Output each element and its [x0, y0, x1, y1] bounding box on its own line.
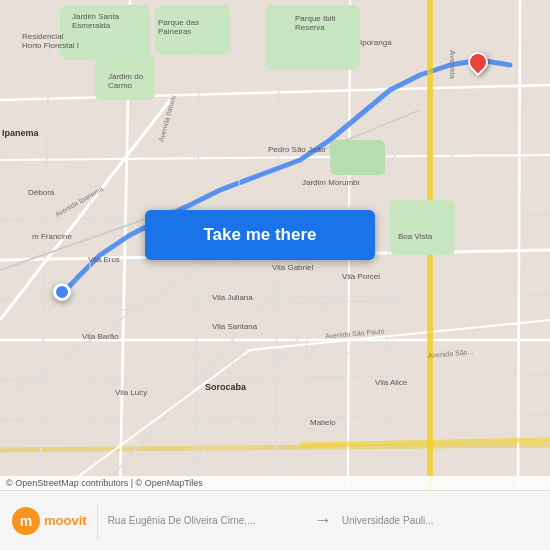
- moovit-logo: m moovit: [12, 507, 87, 535]
- svg-line-15: [40, 0, 50, 490]
- park-area-3: [265, 5, 360, 70]
- green-area-morumbi: [330, 140, 385, 175]
- park-area-1: [60, 5, 150, 60]
- take-me-there-label: Take me there: [203, 225, 316, 245]
- attribution-text: © OpenStreetMap contributors | © OpenMap…: [6, 478, 203, 488]
- svg-line-22: [60, 350, 250, 490]
- destination-section: Universidade Pauli...: [342, 515, 538, 526]
- origin-label: Rua Eugênia De Oliveira Cirne,...: [108, 515, 304, 526]
- svg-line-18: [100, 150, 400, 490]
- svg-line-0: [0, 85, 550, 100]
- moovit-logo-text: moovit: [44, 513, 87, 528]
- svg-line-29: [230, 160, 240, 420]
- svg-line-24: [350, 320, 550, 340]
- separator: [97, 503, 98, 539]
- destination-marker: [468, 52, 488, 72]
- arrow-icon: →: [314, 510, 332, 531]
- svg-line-27: [170, 350, 420, 360]
- attribution-bar: © OpenStreetMap contributors | © OpenMap…: [0, 476, 550, 490]
- map-container: Jardim SantaEsmeralda Parque dasPaineira…: [0, 0, 550, 490]
- svg-line-4: [0, 295, 550, 300]
- moovit-logo-icon: m: [12, 507, 40, 535]
- destination-label: Universidade Pauli...: [342, 515, 538, 526]
- green-area-boavista: [390, 200, 455, 255]
- park-area-4: [95, 55, 155, 100]
- svg-line-1: [0, 155, 550, 160]
- bottom-bar: m moovit Rua Eugênia De Oliveira Cirne,.…: [0, 490, 550, 550]
- moovit-logo-letter: m: [20, 513, 32, 529]
- svg-line-6: [0, 375, 550, 380]
- svg-line-14: [518, 0, 520, 490]
- origin-marker: [53, 283, 71, 301]
- svg-line-23: [250, 340, 350, 350]
- park-area-2: [155, 5, 230, 55]
- origin-section: Rua Eugênia De Oliveira Cirne,...: [108, 515, 304, 526]
- svg-line-16: [0, 100, 170, 320]
- take-me-there-button[interactable]: Take me there: [145, 210, 375, 260]
